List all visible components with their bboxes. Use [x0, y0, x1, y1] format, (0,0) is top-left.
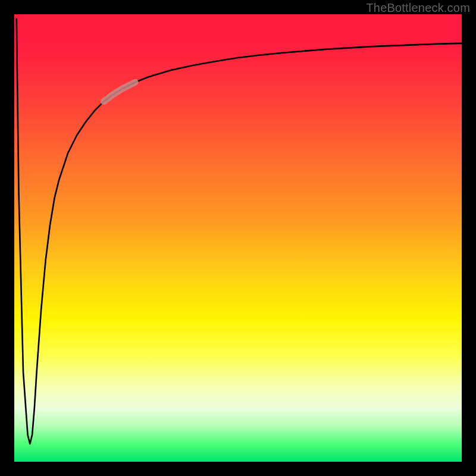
bottleneck-curve: [14, 14, 462, 462]
curve-path: [17, 19, 462, 444]
plot-area: [14, 14, 462, 462]
curve-highlight: [104, 82, 135, 101]
attribution-text: TheBottleneck.com: [366, 1, 470, 15]
chart-frame: TheBottleneck.com: [0, 0, 476, 476]
